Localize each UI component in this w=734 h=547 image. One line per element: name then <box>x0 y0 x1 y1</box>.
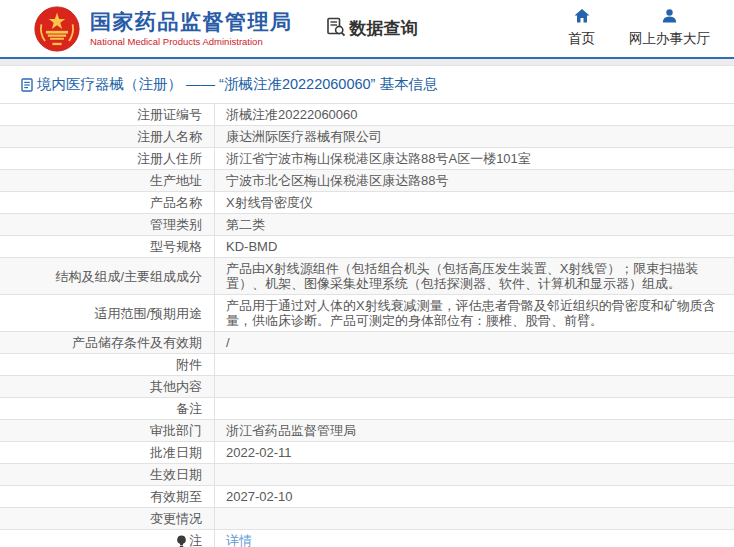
nav-home-label: 首页 <box>568 30 595 48</box>
table-row: 审批部门浙江省药品监督管理局 <box>0 420 734 442</box>
row-label: 备注 <box>0 398 215 419</box>
table-row: 生产地址宁波市北仑区梅山保税港区康达路88号 <box>0 170 734 192</box>
logo-text: 国家药品监督管理局 National Medical Products Admi… <box>90 10 293 47</box>
row-value: 康达洲际医疗器械有限公司 <box>215 126 734 147</box>
lightbulb-icon <box>176 535 187 547</box>
nav-online-service-hall-label: 网上办事大厅 <box>629 30 710 48</box>
row-label: 结构及组成/主要组成成分 <box>0 258 215 294</box>
row-value <box>215 354 734 375</box>
header-nav: 首页 网上办事大厅 <box>568 9 710 48</box>
row-value <box>215 398 734 419</box>
header: 国家药品监督管理局 National Medical Products Admi… <box>0 0 734 57</box>
table-row: 备注 <box>0 398 734 420</box>
row-label: 注册证编号 <box>0 104 215 125</box>
row-value: 产品用于通过对人体的X射线衰减测量，评估患者骨骼及邻近组织的骨密度和矿物质含量，… <box>215 295 734 331</box>
table-row: 管理类别第二类 <box>0 214 734 236</box>
row-value: X射线骨密度仪 <box>215 192 734 213</box>
table-row: 型号规格KD-BMD <box>0 236 734 258</box>
table-row: 注详情 <box>0 530 734 547</box>
table-row: 变更情况 <box>0 508 734 530</box>
row-value: / <box>215 332 734 353</box>
home-icon <box>574 9 590 27</box>
row-label: 产品储存条件及有效期 <box>0 332 215 353</box>
row-label: 审批部门 <box>0 420 215 441</box>
title-section: 境内医疗器械（注册） —— “浙械注准20222060060” 基本信息 <box>0 66 734 103</box>
row-value: 宁波市北仑区梅山保税港区康达路88号 <box>215 170 734 191</box>
nav-online-service-hall[interactable]: 网上办事大厅 <box>629 9 710 48</box>
row-label: 注册人住所 <box>0 148 215 169</box>
document-search-icon <box>325 16 347 42</box>
row-label: 型号规格 <box>0 236 215 257</box>
row-label: 批准日期 <box>0 442 215 463</box>
nmpa-logo[interactable]: 国家药品监督管理局 National Medical Products Admi… <box>34 6 293 52</box>
document-icon <box>21 78 33 92</box>
table-row: 其他内容 <box>0 376 734 398</box>
row-value <box>215 464 734 485</box>
page-title: 境内医疗器械（注册） —— “浙械注准20222060060” 基本信息 <box>21 75 734 94</box>
detail-link[interactable]: 详情 <box>226 533 252 547</box>
row-value: 详情 <box>215 530 734 547</box>
table-row: 结构及组成/主要组成成分产品由X射线源组件（包括组合机头（包括高压发生装置、X射… <box>0 258 734 295</box>
row-label: 附件 <box>0 354 215 375</box>
person-icon <box>662 9 677 27</box>
gray-strip <box>0 59 734 66</box>
table-row: 生效日期 <box>0 464 734 486</box>
data-query-label: 数据查询 <box>350 17 418 40</box>
row-value: 2022-02-11 <box>215 442 734 463</box>
row-label: 有效期至 <box>0 486 215 507</box>
table-row: 适用范围/预期用途产品用于通过对人体的X射线衰减测量，评估患者骨骼及邻近组织的骨… <box>0 295 734 332</box>
row-label: 生效日期 <box>0 464 215 485</box>
china-national-emblem-icon <box>34 6 80 52</box>
row-value: 浙江省宁波市梅山保税港区康达路88号A区一楼101室 <box>215 148 734 169</box>
table-row: 有效期至2027-02-10 <box>0 486 734 508</box>
row-label: 生产地址 <box>0 170 215 191</box>
table-row: 产品储存条件及有效期/ <box>0 332 734 354</box>
row-value <box>215 508 734 529</box>
table-row: 附件 <box>0 354 734 376</box>
row-label: 注 <box>0 530 215 547</box>
table-row: 批准日期2022-02-11 <box>0 442 734 464</box>
row-label: 管理类别 <box>0 214 215 235</box>
row-value: 2027-02-10 <box>215 486 734 507</box>
info-table: 注册证编号浙械注准20222060060注册人名称康达洲际医疗器械有限公司注册人… <box>0 103 734 547</box>
row-value: 浙江省药品监督管理局 <box>215 420 734 441</box>
logo-title-cn: 国家药品监督管理局 <box>90 10 293 34</box>
row-label: 适用范围/预期用途 <box>0 295 215 331</box>
logo-title-en: National Medical Products Administration <box>90 36 293 47</box>
row-value: KD-BMD <box>215 236 734 257</box>
table-row: 注册人名称康达洲际医疗器械有限公司 <box>0 126 734 148</box>
table-row: 产品名称X射线骨密度仪 <box>0 192 734 214</box>
page-title-text: 境内医疗器械（注册） —— “浙械注准20222060060” 基本信息 <box>37 75 437 94</box>
table-row: 注册人住所浙江省宁波市梅山保税港区康达路88号A区一楼101室 <box>0 148 734 170</box>
table-row: 注册证编号浙械注准20222060060 <box>0 104 734 126</box>
row-value <box>215 376 734 397</box>
row-label: 注册人名称 <box>0 126 215 147</box>
row-value: 产品由X射线源组件（包括组合机头（包括高压发生装置、X射线管）；限束扫描装置）、… <box>215 258 734 294</box>
row-label: 产品名称 <box>0 192 215 213</box>
row-value: 浙械注准20222060060 <box>215 104 734 125</box>
data-query-tab[interactable]: 数据查询 <box>325 16 418 42</box>
row-label: 其他内容 <box>0 376 215 397</box>
row-label: 变更情况 <box>0 508 215 529</box>
row-value: 第二类 <box>215 214 734 235</box>
nav-home[interactable]: 首页 <box>568 9 595 48</box>
